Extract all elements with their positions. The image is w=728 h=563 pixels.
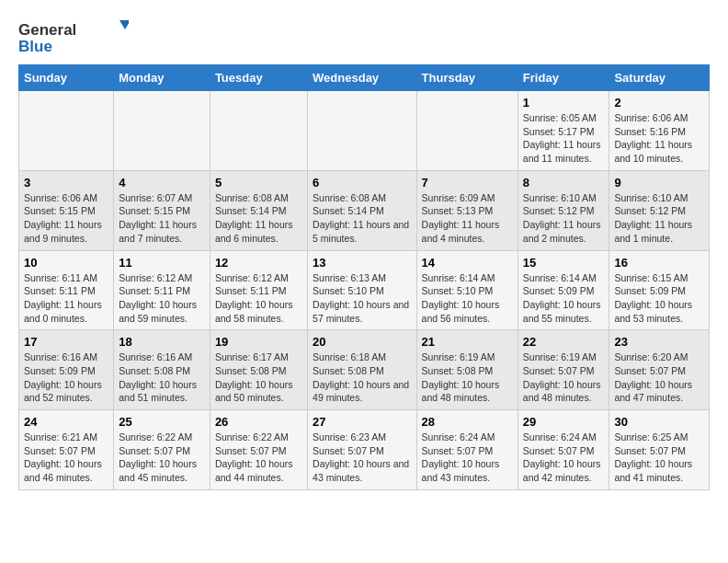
day-info: Sunrise: 6:24 AMSunset: 5:07 PMDaylight:… [523,431,605,485]
day-number: 25 [119,415,205,429]
day-number: 13 [313,256,411,270]
day-info: Sunrise: 6:06 AMSunset: 5:15 PMDaylight:… [24,191,108,246]
calendar-cell: 5Sunrise: 6:08 AMSunset: 5:14 PMDaylight… [210,170,307,250]
day-number: 2 [614,96,704,109]
calendar-cell: 3Sunrise: 6:06 AMSunset: 5:15 PMDaylight… [19,170,114,250]
header-day-thursday: Thursday [416,65,518,91]
calendar-cell: 30Sunrise: 6:25 AMSunset: 5:07 PMDayligh… [609,410,710,490]
calendar-cell: 12Sunrise: 6:12 AMSunset: 5:11 PMDayligh… [210,250,307,330]
calendar-cell: 1Sunrise: 6:05 AMSunset: 5:17 PMDaylight… [518,91,609,171]
calendar-table: SundayMondayTuesdayWednesdayThursdayFrid… [18,64,710,490]
calendar-cell: 2Sunrise: 6:06 AMSunset: 5:16 PMDaylight… [609,91,710,171]
header-day-wednesday: Wednesday [308,65,416,91]
calendar-cell [308,91,416,171]
day-info: Sunrise: 6:25 AMSunset: 5:07 PMDaylight:… [614,431,704,485]
week-row-4: 17Sunrise: 6:16 AMSunset: 5:09 PMDayligh… [19,330,710,410]
header-row: SundayMondayTuesdayWednesdayThursdayFrid… [19,65,710,91]
calendar-cell: 4Sunrise: 6:07 AMSunset: 5:15 PMDaylight… [114,170,210,250]
day-number: 24 [24,415,108,429]
day-number: 12 [215,256,302,270]
day-number: 8 [523,176,605,190]
day-number: 10 [24,256,108,270]
day-number: 26 [215,415,302,429]
day-info: Sunrise: 6:22 AMSunset: 5:07 PMDaylight:… [215,431,302,485]
logo: General Blue [18,18,129,55]
day-info: Sunrise: 6:07 AMSunset: 5:15 PMDaylight:… [119,191,205,246]
day-info: Sunrise: 6:19 AMSunset: 5:08 PMDaylight:… [422,350,513,405]
calendar-cell: 24Sunrise: 6:21 AMSunset: 5:07 PMDayligh… [19,410,114,490]
day-info: Sunrise: 6:08 AMSunset: 5:14 PMDaylight:… [215,191,302,246]
day-info: Sunrise: 6:06 AMSunset: 5:16 PMDaylight:… [614,111,704,166]
svg-text:Blue: Blue [18,38,52,55]
day-number: 9 [614,176,704,190]
calendar-cell [19,91,114,171]
day-info: Sunrise: 6:11 AMSunset: 5:11 PMDaylight:… [24,271,108,326]
header-day-saturday: Saturday [609,65,710,91]
day-info: Sunrise: 6:14 AMSunset: 5:10 PMDaylight:… [422,271,513,326]
calendar-cell: 13Sunrise: 6:13 AMSunset: 5:10 PMDayligh… [308,250,416,330]
day-number: 1 [523,96,605,109]
day-info: Sunrise: 6:08 AMSunset: 5:14 PMDaylight:… [313,191,411,246]
day-number: 7 [422,176,513,190]
day-number: 17 [24,335,108,349]
calendar-cell: 10Sunrise: 6:11 AMSunset: 5:11 PMDayligh… [19,250,114,330]
week-row-3: 10Sunrise: 6:11 AMSunset: 5:11 PMDayligh… [19,250,710,330]
calendar-cell: 22Sunrise: 6:19 AMSunset: 5:07 PMDayligh… [518,330,609,410]
day-info: Sunrise: 6:18 AMSunset: 5:08 PMDaylight:… [313,350,411,405]
day-info: Sunrise: 6:19 AMSunset: 5:07 PMDaylight:… [523,350,605,405]
day-number: 28 [422,415,513,429]
day-info: Sunrise: 6:16 AMSunset: 5:08 PMDaylight:… [119,350,205,405]
header-day-friday: Friday [518,65,609,91]
day-number: 19 [215,335,302,349]
calendar-cell: 28Sunrise: 6:24 AMSunset: 5:07 PMDayligh… [416,410,518,490]
calendar-cell: 29Sunrise: 6:24 AMSunset: 5:07 PMDayligh… [518,410,609,490]
calendar-cell: 19Sunrise: 6:17 AMSunset: 5:08 PMDayligh… [210,330,307,410]
calendar-cell: 27Sunrise: 6:23 AMSunset: 5:07 PMDayligh… [308,410,416,490]
day-number: 14 [422,256,513,270]
svg-marker-1 [119,20,129,29]
day-number: 27 [313,415,411,429]
day-number: 15 [523,256,605,270]
calendar-cell: 18Sunrise: 6:16 AMSunset: 5:08 PMDayligh… [114,330,210,410]
week-row-2: 3Sunrise: 6:06 AMSunset: 5:15 PMDaylight… [19,170,710,250]
calendar-cell: 16Sunrise: 6:15 AMSunset: 5:09 PMDayligh… [609,250,710,330]
day-number: 16 [614,256,704,270]
week-row-1: 1Sunrise: 6:05 AMSunset: 5:17 PMDaylight… [19,91,710,171]
day-number: 21 [422,335,513,349]
day-number: 23 [614,335,704,349]
day-info: Sunrise: 6:13 AMSunset: 5:10 PMDaylight:… [313,271,411,326]
day-info: Sunrise: 6:14 AMSunset: 5:09 PMDaylight:… [523,271,605,326]
day-number: 22 [523,335,605,349]
calendar-cell: 25Sunrise: 6:22 AMSunset: 5:07 PMDayligh… [114,410,210,490]
day-info: Sunrise: 6:17 AMSunset: 5:08 PMDaylight:… [215,350,302,405]
day-info: Sunrise: 6:16 AMSunset: 5:09 PMDaylight:… [24,350,108,405]
day-info: Sunrise: 6:10 AMSunset: 5:12 PMDaylight:… [614,191,704,246]
day-number: 11 [119,256,205,270]
day-number: 30 [614,415,704,429]
day-info: Sunrise: 6:24 AMSunset: 5:07 PMDaylight:… [422,431,513,485]
day-info: Sunrise: 6:20 AMSunset: 5:07 PMDaylight:… [614,350,704,405]
day-number: 29 [523,415,605,429]
calendar-cell: 8Sunrise: 6:10 AMSunset: 5:12 PMDaylight… [518,170,609,250]
day-info: Sunrise: 6:23 AMSunset: 5:07 PMDaylight:… [313,431,411,485]
day-info: Sunrise: 6:12 AMSunset: 5:11 PMDaylight:… [119,271,205,326]
day-info: Sunrise: 6:21 AMSunset: 5:07 PMDaylight:… [24,431,108,485]
day-number: 5 [215,176,302,190]
header-day-tuesday: Tuesday [210,65,307,91]
calendar-cell: 11Sunrise: 6:12 AMSunset: 5:11 PMDayligh… [114,250,210,330]
week-row-5: 24Sunrise: 6:21 AMSunset: 5:07 PMDayligh… [19,410,710,490]
day-info: Sunrise: 6:10 AMSunset: 5:12 PMDaylight:… [523,191,605,246]
day-info: Sunrise: 6:12 AMSunset: 5:11 PMDaylight:… [215,271,302,326]
day-number: 4 [119,176,205,190]
calendar-cell: 20Sunrise: 6:18 AMSunset: 5:08 PMDayligh… [308,330,416,410]
day-info: Sunrise: 6:22 AMSunset: 5:07 PMDaylight:… [119,431,205,485]
day-info: Sunrise: 6:05 AMSunset: 5:17 PMDaylight:… [523,111,605,166]
calendar-cell: 17Sunrise: 6:16 AMSunset: 5:09 PMDayligh… [19,330,114,410]
svg-text:General: General [18,21,76,39]
calendar-cell: 6Sunrise: 6:08 AMSunset: 5:14 PMDaylight… [308,170,416,250]
day-number: 6 [313,176,411,190]
calendar-cell: 9Sunrise: 6:10 AMSunset: 5:12 PMDaylight… [609,170,710,250]
header: General Blue [18,18,710,55]
calendar-cell: 21Sunrise: 6:19 AMSunset: 5:08 PMDayligh… [416,330,518,410]
header-day-sunday: Sunday [19,65,114,91]
